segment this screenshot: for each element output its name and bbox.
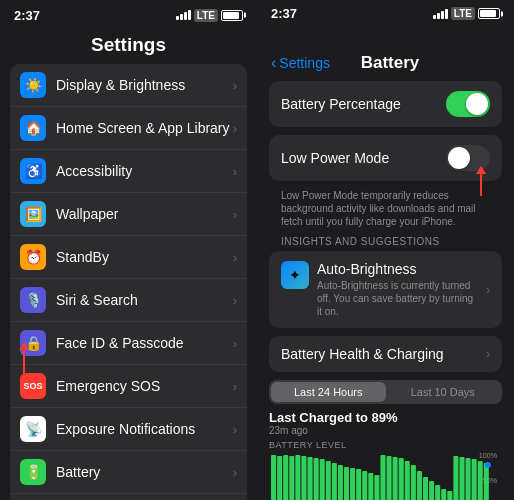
charge-time: 23m ago [269, 425, 502, 436]
right-panel: 2:37 LTE ‹ Settings Battery [257, 0, 514, 500]
faceid-label: Face ID & Passcode [56, 335, 233, 351]
battery-percentage-toggle[interactable] [446, 91, 490, 117]
toggle-knob-percentage [466, 93, 488, 115]
right-time: 2:37 [271, 6, 297, 21]
low-power-row[interactable]: Low Power Mode [269, 135, 502, 181]
battery-icon-right [478, 8, 500, 19]
svg-rect-9 [301, 456, 306, 500]
svg-rect-28 [417, 471, 422, 500]
r-signal-bar-3 [441, 11, 444, 19]
siri-icon: 🎙️ [20, 287, 46, 313]
battery-health-label: Battery Health & Charging [281, 346, 444, 362]
svg-rect-12 [320, 459, 325, 500]
svg-rect-13 [326, 461, 331, 500]
svg-rect-22 [380, 455, 385, 500]
settings-item-privacy[interactable]: 🤝 Privacy & Security › [10, 494, 247, 500]
svg-rect-35 [459, 457, 464, 500]
battery-health-chevron: › [486, 347, 490, 361]
svg-rect-23 [387, 456, 392, 500]
battery-content: Battery Percentage Low Power Mode Low Po… [257, 81, 514, 500]
battery-percentage-row[interactable]: Battery Percentage [269, 81, 502, 127]
battery-icon-left [221, 10, 243, 21]
signal-bar-1 [176, 16, 179, 20]
settings-item-sos[interactable]: SOS Emergency SOS › [10, 365, 247, 408]
sos-chevron: › [233, 379, 237, 394]
svg-rect-15 [338, 465, 343, 500]
r-signal-bar-2 [437, 13, 440, 19]
signal-bar-3 [184, 12, 187, 20]
battery-fill-right [480, 10, 496, 17]
exposure-icon: 📡 [20, 416, 46, 442]
right-status-icons: LTE [433, 7, 500, 20]
settings-item-standby[interactable]: ⏰ StandBy › [10, 236, 247, 279]
settings-item-siri[interactable]: 🎙️ Siri & Search › [10, 279, 247, 322]
r-signal-bar-4 [445, 9, 448, 19]
display-chevron: › [233, 78, 237, 93]
svg-rect-14 [332, 463, 337, 500]
svg-rect-8 [295, 455, 300, 500]
svg-rect-21 [374, 475, 379, 500]
right-arrow-head [476, 166, 486, 174]
svg-rect-33 [447, 491, 452, 500]
settings-item-exposure[interactable]: 📡 Exposure Notifications › [10, 408, 247, 451]
svg-rect-16 [344, 467, 349, 500]
right-panel-inner: Battery Percentage Low Power Mode Low Po… [257, 81, 514, 500]
standby-icon: ⏰ [20, 244, 46, 270]
auto-brightness-desc: Auto-Brightness is currently turned off.… [317, 279, 478, 318]
standby-chevron: › [233, 250, 237, 265]
svg-rect-36 [466, 458, 471, 500]
lte-badge-right: LTE [451, 7, 475, 20]
back-area[interactable]: ‹ Settings [271, 54, 330, 72]
svg-rect-39 [484, 463, 489, 500]
time-toggle: Last 24 Hours Last 10 Days [269, 380, 502, 404]
settings-item-battery[interactable]: 🔋 Battery › [10, 451, 247, 494]
svg-text:100%: 100% [479, 453, 497, 459]
auto-brightness-card[interactable]: ✦ Auto-Brightness Auto-Brightness is cur… [269, 251, 502, 328]
settings-item-wallpaper[interactable]: 🖼️ Wallpaper › [10, 193, 247, 236]
settings-item-accessibility[interactable]: ♿ Accessibility › [10, 150, 247, 193]
back-button[interactable]: Settings [279, 55, 330, 71]
wallpaper-label: Wallpaper [56, 206, 233, 222]
faceid-chevron: › [233, 336, 237, 351]
charge-info: Last Charged to 89% [269, 410, 502, 425]
accessibility-chevron: › [233, 164, 237, 179]
time-option-24h[interactable]: Last 24 Hours [271, 382, 386, 402]
right-status-bar: 2:37 LTE [257, 0, 514, 25]
svg-rect-27 [411, 465, 416, 500]
lte-badge-left: LTE [194, 9, 218, 22]
auto-brightness-icon: ✦ [281, 261, 309, 289]
time-option-10d[interactable]: Last 10 Days [386, 382, 501, 402]
settings-item-faceid[interactable]: 🔒 Face ID & Passcode › [10, 322, 247, 365]
svg-rect-24 [393, 457, 398, 500]
battery-header: ‹ Settings Battery [257, 25, 514, 81]
svg-rect-26 [405, 461, 410, 500]
settings-item-display[interactable]: ☀️ Display & Brightness › [10, 64, 247, 107]
low-power-note: Low Power Mode temporarily reduces backg… [269, 189, 502, 236]
wallpaper-chevron: › [233, 207, 237, 222]
svg-rect-25 [399, 458, 404, 500]
battery-title: Battery [361, 53, 420, 73]
right-red-arrow [476, 166, 486, 196]
sos-label: Emergency SOS [56, 378, 233, 394]
standby-label: StandBy [56, 249, 233, 265]
siri-chevron: › [233, 293, 237, 308]
settings-section-1: ☀️ Display & Brightness › 🏠 Home Screen … [10, 64, 247, 500]
arrow-shaft-left [23, 350, 25, 380]
svg-rect-32 [441, 489, 446, 500]
signal-bar-2 [180, 14, 183, 20]
svg-rect-29 [423, 477, 428, 500]
accessibility-icon: ♿ [20, 158, 46, 184]
settings-title: Settings [0, 28, 257, 64]
battery-chart-svg: 100% 50% 0% [269, 453, 502, 500]
settings-item-homescreen[interactable]: 🏠 Home Screen & App Library › [10, 107, 247, 150]
battery-fill-left [223, 12, 239, 19]
display-label: Display & Brightness [56, 77, 233, 93]
toggle-knob-lowpower [448, 147, 470, 169]
svg-rect-4 [271, 455, 276, 500]
battery-health-row[interactable]: Battery Health & Charging › [269, 336, 502, 372]
svg-rect-11 [314, 458, 319, 500]
battery-label: Battery [56, 464, 233, 480]
insights-header: INSIGHTS AND SUGGESTIONS [269, 236, 502, 251]
left-status-icons: LTE [176, 9, 243, 22]
homescreen-icon: 🏠 [20, 115, 46, 141]
